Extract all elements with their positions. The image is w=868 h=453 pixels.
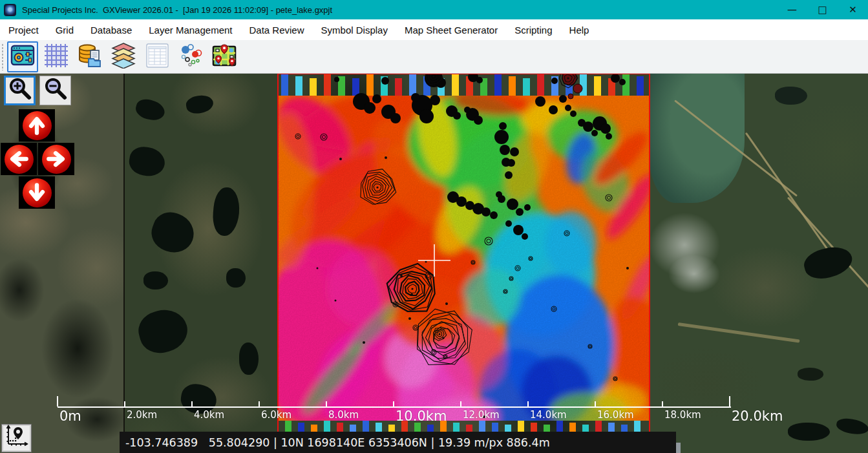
toolbar-drag-handle[interactable] <box>1 43 5 70</box>
application-window: { "window": { "title": "Special Projects… <box>0 0 868 453</box>
database-icon <box>77 43 103 71</box>
menu-item-layer-management[interactable]: Layer Management <box>140 25 240 36</box>
menu-item-database[interactable]: Database <box>82 25 140 36</box>
settings-panel-button[interactable] <box>7 41 38 72</box>
close-button[interactable]: ✕ <box>838 0 868 19</box>
pan-right-button[interactable] <box>38 143 74 175</box>
menu-item-data-review[interactable]: Data Review <box>241 25 313 36</box>
titlebar: Special Projects Inc. GXViewer 2026.01 -… <box>0 0 868 19</box>
plot-pin-button[interactable] <box>1 424 32 452</box>
pan-up-icon <box>23 111 52 140</box>
zoom-out-button[interactable] <box>39 76 71 105</box>
settings-panel-icon <box>10 43 36 71</box>
cursor-coordinates-readout: -103.746389 55.804290 | 10N 1698140E 635… <box>125 436 550 449</box>
statusbar: -103.746389 55.804290 | 10N 1698140E 635… <box>120 432 676 453</box>
menu-item-project[interactable]: Project <box>0 25 47 36</box>
window-controls: — □ ✕ <box>777 0 868 19</box>
app-lens-icon <box>4 4 16 16</box>
layers-button[interactable] <box>108 41 139 72</box>
pan-down-button[interactable] <box>19 176 55 209</box>
zoom-in-icon <box>8 77 32 104</box>
table-icon <box>144 43 170 71</box>
menu-item-grid[interactable]: Grid <box>47 25 82 36</box>
toolbar <box>0 40 868 74</box>
menu-item-map-sheet-generator[interactable]: Map Sheet Generator <box>396 25 506 36</box>
heatmap-grid[interactable] <box>277 73 650 433</box>
zoom-out-icon <box>43 77 68 104</box>
pan-up-button[interactable] <box>19 109 55 142</box>
resize-grip[interactable] <box>676 443 681 453</box>
symbols-icon <box>178 43 204 71</box>
layers-icon <box>111 43 136 71</box>
satellite-strip-right <box>649 74 868 453</box>
grid-icon <box>43 43 69 71</box>
pan-down-icon <box>23 178 52 207</box>
lake <box>649 74 745 203</box>
satellite-strip-mid <box>125 74 278 453</box>
maximize-button[interactable]: □ <box>807 0 838 19</box>
menu-item-help[interactable]: Help <box>561 25 598 36</box>
grid-button[interactable] <box>41 41 72 72</box>
table-button[interactable] <box>142 41 173 72</box>
menu-item-scripting[interactable]: Scripting <box>506 25 560 36</box>
menubar: ProjectGridDatabaseLayer ManagementData … <box>0 19 868 40</box>
pan-left-button[interactable] <box>1 143 37 175</box>
window-title: Special Projects Inc. GXViewer 2026.01 -… <box>22 5 332 15</box>
map-sheet-button[interactable] <box>209 41 240 72</box>
pan-right-icon <box>42 145 71 174</box>
image-seam-divider <box>123 74 125 453</box>
plot-pin-icon <box>4 425 30 452</box>
symbols-button[interactable] <box>175 41 206 72</box>
menu-item-symbol-display[interactable]: Symbol Display <box>313 25 396 36</box>
minimize-button[interactable]: — <box>777 0 807 19</box>
zoom-in-button[interactable] <box>4 76 36 105</box>
pan-left-icon <box>5 145 34 174</box>
database-button[interactable] <box>74 41 105 72</box>
map-sheet-icon <box>211 43 237 71</box>
